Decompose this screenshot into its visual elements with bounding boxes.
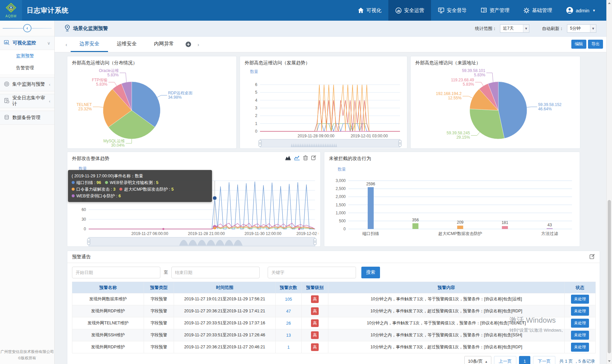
status-button[interactable]: 未处理	[571, 319, 589, 328]
cell-alert-level: 高	[302, 341, 328, 353]
chevron-left-icon: ‹	[49, 82, 50, 87]
sidebar-collapse-button[interactable]: ‹	[23, 24, 31, 32]
alerts-title: 预警通告	[72, 254, 91, 260]
pie-chart-sources[interactable]: 59.39.58.15246.64%59.39.58.24529.15%192.…	[413, 68, 578, 148]
line-chart-hazard-trend[interactable]: 01234562019-11-28 09:00:002019-12-01 03:…	[243, 66, 405, 148]
area-chart-icon[interactable]	[285, 155, 291, 162]
auto-refresh-select[interactable]: 5分钟 ▼	[567, 24, 596, 33]
svg-text:5.83%: 5.83%	[107, 73, 119, 77]
top-navigation: 可视化 安全运营 安全督导 资产管理	[351, 0, 603, 21]
pagination-summary: 共 1 页 ，5 条记录	[559, 358, 595, 364]
end-date-input[interactable]	[171, 267, 260, 278]
page-scrollbar[interactable]	[606, 0, 612, 364]
keyword-input[interactable]	[268, 267, 356, 278]
s idebar-item-central-monitoring[interactable]: 集中监测与预警 ‹	[0, 77, 54, 91]
sidebar-item-log-audit[interactable]: 安全日志集中审计 ‹	[0, 94, 54, 108]
alerts-table: 预警名称预警类型时间范围预警次数预警级别预警内容状态 发现外网数据库维护字段预警…	[72, 282, 596, 353]
page-title: 场景化监测预警	[73, 25, 108, 32]
tooltip-item: 口令暴力破解攻击 : 3	[72, 186, 115, 193]
nav-item-security-ops[interactable]: 安全运营	[388, 0, 431, 21]
sidebar-item-monitor-alert[interactable]: 监测预警	[0, 50, 54, 62]
copyright-footer: 广州世安信息技术股份有限公司 ©版权所有	[0, 349, 54, 361]
edit-button[interactable]: 编辑	[571, 40, 586, 49]
alerts-search-row: 至 搜索	[67, 263, 600, 282]
dashboard-content: 外部高危运维访问（分布情况） RDP远程桌面34.98%MySQL运维30.04…	[55, 52, 606, 364]
add-tab-button[interactable]	[183, 37, 194, 52]
cell-alert-count[interactable]: 47	[276, 305, 302, 317]
search-button[interactable]: 搜索	[361, 267, 380, 278]
status-button[interactable]: 未处理	[571, 295, 589, 304]
status-button[interactable]: 未处理	[571, 307, 589, 316]
cell-alert-count[interactable]: 1	[276, 341, 302, 353]
page-size-select[interactable]: 10条/页▲	[464, 356, 491, 364]
cell-status: 未处理	[565, 341, 596, 353]
stat-range-select[interactable]: 近7天 ▼	[500, 24, 529, 33]
sidebar-item-backup-management[interactable]: 数据备份管理	[0, 111, 54, 125]
sidebar-item-alarm-management[interactable]: 告警管理	[0, 62, 54, 74]
next-page-button[interactable]: 下一页	[533, 356, 555, 364]
svg-text:29.15%: 29.15%	[456, 135, 470, 140]
copyright-text: ©版权所有	[0, 355, 54, 361]
line-chart-icon[interactable]	[294, 155, 300, 162]
status-button[interactable]: 未处理	[571, 343, 589, 352]
start-date-input[interactable]	[72, 267, 160, 278]
tabs-prev-arrow[interactable]: ‹	[62, 37, 71, 52]
sidebar-item-label: 可视化监控	[13, 40, 36, 46]
main-content: 场景化监测预警 统计范围： 近7天 ▼ 自动刷新： 5分钟 ▼ ‹ 边界安全 运…	[55, 21, 606, 364]
nav-item-base-management[interactable]: 基础管理	[516, 0, 559, 21]
cell-alert-count[interactable]: 26	[276, 317, 302, 329]
prev-page-button[interactable]: 上一页	[494, 356, 516, 364]
log-audit-dashboard: AQBM 日志审计系统 可视化 安全运营 安全督导	[0, 0, 612, 364]
pie-chart-distribution[interactable]: RDP远程桌面34.98%MySQL运维30.04%TELNET23.32%FT…	[70, 68, 234, 148]
trash-icon[interactable]	[303, 155, 308, 162]
page-subheader: 场景化监测预警 统计范围： 近7天 ▼ 自动刷新： 5分钟 ▼	[55, 21, 606, 37]
nav-item-visualization[interactable]: 可视化	[351, 0, 388, 21]
nav-label: 安全督导	[447, 7, 467, 14]
document-clock-icon	[4, 98, 9, 104]
nav-item-security-supervision[interactable]: 安全督导	[431, 0, 474, 21]
cell-alert-name: 发现外网RDP维护	[72, 341, 144, 353]
scrollbar-thumb[interactable]	[608, 200, 611, 353]
status-button[interactable]: 未处理	[571, 331, 589, 340]
charts-row-1: 外部高危运维访问（分布情况） RDP远程桌面34.98%MySQL运维30.04…	[67, 56, 606, 149]
edit-icon[interactable]	[311, 155, 316, 162]
app-title: 日志审计系统	[27, 6, 69, 15]
svg-text:59.39.58.101: 59.39.58.101	[462, 68, 485, 73]
column-header: 预警类型	[144, 282, 174, 293]
scroll-up-arrow[interactable]	[607, 0, 612, 6]
sidebar-item-label: 安全日志集中审计	[12, 95, 46, 107]
card-attack-trend: 外部攻击整体趋势 数量 03060901202019-11-27 06:00:0…	[67, 152, 321, 247]
chevron-up-icon: ▲	[485, 360, 488, 363]
monitor-icon	[438, 7, 444, 13]
tab-ops-security[interactable]: 运维安全	[108, 37, 145, 52]
current-page-button[interactable]: 1	[519, 356, 530, 364]
sidebar-item-label: 集中监测与预警	[12, 81, 45, 87]
edit-icon[interactable]	[589, 254, 595, 260]
cell-alert-name: 发现外网TELNET维护	[72, 317, 144, 329]
tooltip-header: ( 2019-11-29 17:00:00)事件名称：数量	[72, 173, 208, 179]
tabs-next-arrow[interactable]: ›	[194, 37, 203, 52]
sidebar-item-visual-monitoring[interactable]: 可视化监控 ∨	[0, 36, 54, 50]
company-name: 广州世安信息技术股份有限公司	[0, 349, 54, 355]
cell-alert-name: 发现外网数据库维护	[72, 293, 144, 305]
database-icon	[4, 115, 9, 121]
cell-alert-level: 高	[302, 293, 328, 305]
tab-intranet-anomaly[interactable]: 内网异常	[145, 37, 183, 52]
chevron-down-icon: ▼	[592, 9, 596, 12]
level-badge: 高	[311, 307, 319, 315]
cell-alert-count[interactable]: 13	[276, 329, 302, 341]
export-button[interactable]: 导出	[588, 40, 603, 49]
chevron-down-icon: ∨	[47, 41, 50, 46]
bar-chart-unblocked[interactable]: 05001,0001,5002,0002,5003,0002596端口扫描356…	[327, 157, 578, 247]
scroll-down-arrow[interactable]	[607, 358, 612, 364]
cell-alert-count[interactable]: 105	[276, 293, 302, 305]
svg-text:34.98%: 34.98%	[168, 95, 182, 100]
nav-item-user-menu[interactable]: admin ▼	[559, 0, 603, 21]
sidebar-subitem-label: 监测预警	[16, 53, 34, 59]
tab-border-security[interactable]: 边界安全	[71, 37, 108, 52]
column-header: 预警内容	[328, 282, 565, 293]
svg-text:2,000: 2,000	[336, 194, 346, 199]
nav-item-assets[interactable]: 资产管理	[474, 0, 516, 21]
svg-text:2019-11-28 21:00:00: 2019-11-28 21:00:00	[188, 231, 225, 236]
page-size-value: 10条/页	[468, 359, 483, 364]
